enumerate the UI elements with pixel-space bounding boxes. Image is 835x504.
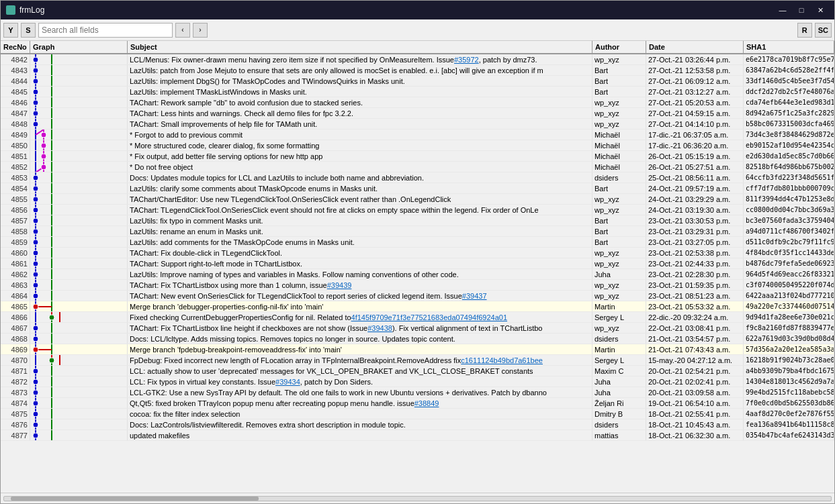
table-row[interactable]: 4861TAChart: Support right-to-left mode … xyxy=(1,258,834,269)
table-row[interactable]: 4869Merge branch 'fpdebug-breakpoint-rem… xyxy=(1,344,834,355)
minimize-button[interactable]: — xyxy=(774,3,791,17)
table-row[interactable]: 4864TAChart: New event OnSeriesClick for… xyxy=(1,291,834,301)
table-row[interactable]: 4853Docs: Updates module topics for LCL … xyxy=(1,172,834,183)
cell-author: Michaël xyxy=(592,162,646,172)
cell-date: 23-Oct.-21 02:44:33 p.m. xyxy=(646,258,744,268)
grid-body[interactable]: 4842LCL/Menus: Fix owner-drawn menu havi… xyxy=(1,54,834,493)
cell-author: Dmitry B xyxy=(592,409,646,419)
nav-prev-button[interactable]: ‹ xyxy=(175,23,190,38)
table-row[interactable]: 4851* Fix output, add better file servin… xyxy=(1,151,834,162)
cell-recno: 4848 xyxy=(1,119,30,129)
table-row[interactable]: 4862LazUtils: Improve naming of types an… xyxy=(1,269,834,280)
table-row[interactable]: 4872LCL: Fix typos in virtual key consta… xyxy=(1,376,834,387)
header-graph[interactable]: Graph xyxy=(30,41,128,53)
cell-recno: 4850 xyxy=(1,140,30,150)
cell-date: 24-Oct.-21 03:19:30 a.m. xyxy=(646,205,744,215)
header-sha1[interactable]: SHA1 xyxy=(744,41,834,53)
table-row[interactable]: 4856TAChart: TLegendClickTool.OnSeriesCl… xyxy=(1,205,834,215)
header-author[interactable]: Author xyxy=(592,41,646,53)
cell-subject: TAChart: Small improvements of help file… xyxy=(128,119,592,129)
sc-button[interactable]: SC xyxy=(815,23,832,38)
cell-subject: TAChart: TLegendClickTool.OnSeriesClick … xyxy=(128,205,592,215)
table-row[interactable]: 4850* More structured code, clearer dial… xyxy=(1,140,834,151)
svg-point-2 xyxy=(33,57,38,62)
cell-recno: 4858 xyxy=(1,226,30,236)
cell-recno: 4862 xyxy=(1,269,30,279)
cell-graph xyxy=(30,237,128,247)
table-row[interactable]: 4852* Do not free objectMichaël26-Oct.-2… xyxy=(1,162,834,172)
cell-graph xyxy=(30,280,128,290)
cell-author: dsiders xyxy=(592,172,646,183)
cell-date: 23-Oct.-21 03:27:05 p.m. xyxy=(646,237,744,247)
cell-recno: 4859 xyxy=(1,237,30,247)
table-row[interactable]: 4844LazUtils: implement DbgS() for TMask… xyxy=(1,76,834,87)
cell-date: 24-Oct.-21 03:29:29 a.m. xyxy=(646,194,744,204)
table-row[interactable]: 4858LazUtils: rename an enum in Masks un… xyxy=(1,226,834,237)
table-row[interactable]: 4868Docs: LCL/lcltype. Adds missing topi… xyxy=(1,334,834,344)
cell-graph xyxy=(30,269,128,279)
cell-date: 27-Oct.-21 04:59:15 a.m. xyxy=(646,108,744,118)
restore-button[interactable]: □ xyxy=(793,3,810,17)
cell-subject: TAChart: Less hints and warnings. Check … xyxy=(128,108,592,118)
table-row[interactable]: 4860TAChart: Fix double-click in TLegend… xyxy=(1,248,834,258)
s-button[interactable]: S xyxy=(21,23,36,38)
cell-recno: 4857 xyxy=(1,215,30,225)
table-row[interactable]: 4848TAChart: Small improvements of help … xyxy=(1,119,834,130)
table-row[interactable]: 4866Fixed checking CurrentDebuggerProper… xyxy=(1,312,834,323)
table-row[interactable]: 4842LCL/Menus: Fix owner-drawn menu havi… xyxy=(1,54,834,65)
cell-subject: TAChart: New event OnSeriesClick for TLe… xyxy=(128,291,592,301)
header-subject[interactable]: Subject xyxy=(128,41,592,53)
cell-graph xyxy=(30,87,128,97)
subject-link[interactable]: #39434 xyxy=(275,378,300,386)
cell-recno: 4854 xyxy=(1,183,30,193)
header-date[interactable]: Date xyxy=(646,41,744,53)
table-row[interactable]: 4870FpDebug: Fixed incorrect new length … xyxy=(1,355,834,366)
nav-next-button[interactable]: › xyxy=(193,23,208,38)
cell-author: dsiders xyxy=(592,419,646,430)
cell-subject: Docs: LazControls/listviewfilteredit. Re… xyxy=(128,419,592,430)
cell-recno: 4845 xyxy=(1,87,30,97)
table-row[interactable]: 4855TAChart/ChartEditor: Use new TLegend… xyxy=(1,194,834,205)
header-recno[interactable]: RecNo xyxy=(1,41,30,53)
svg-point-14 xyxy=(33,100,38,105)
table-row[interactable]: 4875cocoa: fix the filter index selectio… xyxy=(1,409,834,419)
table-row[interactable]: 4863TAChart: Fix TChartListbox using mor… xyxy=(1,280,834,291)
table-row[interactable]: 4843LazUtils: patch from Jose Mejuto to … xyxy=(1,65,834,76)
svg-point-65 xyxy=(33,261,38,266)
close-button[interactable]: ✕ xyxy=(811,3,829,17)
subject-link[interactable]: #39439 xyxy=(327,281,352,289)
table-row[interactable]: 4877updated makefilesmattias18-Oct.-21 0… xyxy=(1,430,834,441)
subject-link[interactable]: #38849 xyxy=(414,399,439,407)
subject-link[interactable]: #39437 xyxy=(462,292,487,300)
table-row[interactable]: 4873LCL-GTK2: Use a new SysTray API by d… xyxy=(1,387,834,398)
cell-recno: 4876 xyxy=(1,419,30,430)
subject-link[interactable]: #35972 xyxy=(454,56,479,64)
table-row[interactable]: 4874Qt,Qt5: fixed broken TTrayIcon popup… xyxy=(1,398,834,409)
search-input[interactable] xyxy=(38,23,173,38)
table-row[interactable]: 4845LazUtils: implement TMaskListWindows… xyxy=(1,87,834,97)
table-row[interactable]: 4854LazUtils: clarify some comments abou… xyxy=(1,183,834,194)
table-row[interactable]: 4865Merge branch 'debugger-properties-co… xyxy=(1,301,834,312)
table-row[interactable]: 4871LCL: actually show to user 'deprecat… xyxy=(1,366,834,376)
cell-graph xyxy=(30,409,128,419)
table-row[interactable]: 4847TAChart: Less hints and warnings. Ch… xyxy=(1,108,834,119)
cell-author: Bart xyxy=(592,237,646,247)
table-row[interactable]: 4859LazUtils: add comments for the TMask… xyxy=(1,237,834,248)
r-button[interactable]: R xyxy=(797,23,812,38)
cell-graph xyxy=(30,301,128,311)
y-button[interactable]: Y xyxy=(3,23,18,38)
cell-recno: 4852 xyxy=(1,162,30,172)
cell-author: Bart xyxy=(592,76,646,86)
cell-subject: TAChart: Fix TChartListbox line height i… xyxy=(128,323,592,333)
subject-link[interactable]: #39438 xyxy=(367,324,392,332)
subject-link[interactable]: 4f145f9709e71f3e77521683eda07494f6924a01 xyxy=(351,313,507,321)
cell-sha1: e2d630da1d5ec85c7d0b66747fe xyxy=(744,151,834,161)
table-row[interactable]: 4857LazUtils: fix typo in comment Masks … xyxy=(1,215,834,226)
table-row[interactable]: 4846TAChart: Rework sample "db" to avoid… xyxy=(1,97,834,108)
table-row[interactable]: 4867TAChart: Fix TChartListbox line heig… xyxy=(1,323,834,334)
subject-link[interactable]: c1611124b49bd7a61bee xyxy=(461,356,543,364)
table-row[interactable]: 4849* Forgot to add to previous commitMi… xyxy=(1,130,834,140)
table-row[interactable]: 4876Docs: LazControls/listviewfilteredit… xyxy=(1,419,834,430)
svg-point-56 xyxy=(33,229,38,234)
horizontal-scrollbar[interactable] xyxy=(1,493,834,503)
